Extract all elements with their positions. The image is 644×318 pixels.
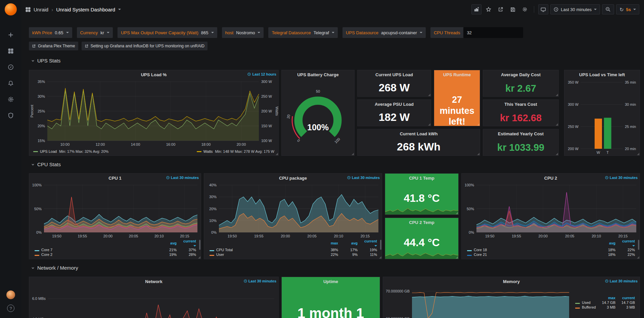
dashboard-link-plex-theme[interactable]: Grafana Plex Theme: [29, 42, 78, 50]
dashboard-settings-button[interactable]: [520, 4, 530, 14]
variable-ups-datasource[interactable]: UPS Datasource apcupsd-container: [342, 27, 426, 38]
sidebar-configuration-button[interactable]: [4, 93, 17, 106]
panel-title[interactable]: Average PSU Load: [375, 102, 414, 107]
panel-title[interactable]: This Years Cost: [504, 102, 537, 107]
section-ups-stats[interactable]: UPS Stats: [31, 58, 60, 63]
panel-title[interactable]: UPS Load vs Time left: [579, 72, 625, 77]
legend-sort-avg[interactable]: avg: [341, 239, 360, 247]
variable-value[interactable]: 865: [201, 30, 209, 35]
panel-title[interactable]: CPU 1: [108, 176, 121, 181]
cpu2-chart[interactable]: 0%50%100%19:5019:5520:0020:0520:1020:15: [462, 182, 640, 239]
section-cpu-stats[interactable]: CPU Stats: [31, 162, 61, 167]
legend-scrollbar[interactable]: [380, 240, 381, 250]
dashboard-link-ups-guide[interactable]: Setting up Grafana and InfluxDB for UPS …: [82, 42, 208, 50]
sidebar-explore-button[interactable]: [4, 60, 17, 74]
add-panel-button[interactable]: [471, 4, 481, 14]
caret-down-icon: [332, 32, 334, 33]
series-name[interactable]: Core 2: [41, 253, 52, 257]
legend-sort-avg[interactable]: avg: [160, 239, 179, 247]
series-name[interactable]: CPU Total: [216, 248, 233, 252]
section-network-memory[interactable]: Network / Memory: [31, 265, 78, 271]
save-button[interactable]: [508, 4, 518, 14]
variable-value[interactable]: 0.65: [55, 30, 63, 35]
legend-sort-current[interactable]: current: [618, 296, 638, 300]
legend-value: 21%: [160, 247, 179, 252]
legend-sort-current[interactable]: current: [618, 239, 638, 247]
clock-icon: [347, 176, 351, 179]
series-name[interactable]: Used: [582, 301, 591, 305]
cpu-threads-input[interactable]: [463, 27, 523, 38]
series-name[interactable]: UPS Load: [40, 149, 57, 153]
variable-value[interactable]: Nostromo: [236, 30, 255, 35]
legend-item[interactable]: UPS LoadMin: 17% Max: 32% Avg: 20%: [33, 149, 108, 153]
panel-title[interactable]: Current UPS Load: [375, 72, 413, 77]
variable-ups-max-output[interactable]: UPS Max Output Power Capacity (Watt) 865: [118, 27, 217, 38]
series-name[interactable]: Core 7: [41, 248, 52, 252]
cycle-view-button[interactable]: [538, 4, 548, 14]
series-color-icon: [575, 308, 580, 309]
caret-down-icon[interactable]: [118, 9, 121, 10]
panel-title[interactable]: CPU 1 Temp: [409, 176, 434, 181]
variable-host[interactable]: host Nostromo: [222, 27, 264, 38]
series-name[interactable]: Core 21: [474, 253, 487, 257]
help-button[interactable]: ?: [7, 305, 14, 312]
breadcrumb-folder[interactable]: Unraid: [34, 7, 48, 12]
variable-kwh-price[interactable]: kWh Price 0.65: [29, 27, 72, 38]
time-range-picker[interactable]: Last 30 minutes: [550, 4, 600, 14]
panel-title[interactable]: Uptime: [323, 279, 338, 284]
panel-ups-load-vs-time-left: UPS Load vs Time left 200 W250 W300 W350…: [564, 70, 640, 156]
legend-sort-max[interactable]: max: [321, 239, 341, 247]
user-avatar[interactable]: [6, 290, 15, 299]
ups-load-chart[interactable]: 15%20%25%30%35%100 W150 W200 W250 W300 W…: [29, 79, 278, 147]
legend-item[interactable]: WattsMin: 148 W Max: 278 W Avg: 175 W: [197, 149, 274, 153]
memory-chart[interactable]: 50.000000 GB60.000000 GB70.000000 GB: [383, 286, 572, 318]
series-name[interactable]: Watts: [203, 149, 213, 153]
panel-title[interactable]: Average Daily Cost: [501, 72, 541, 77]
series-name[interactable]: Core 18: [474, 248, 487, 252]
zoom-out-button[interactable]: [602, 4, 614, 14]
network-chart[interactable]: 2.0 MBs4.0 MBs6.0 MBs: [29, 286, 278, 318]
cpu1-chart[interactable]: 0%50%100%19:5019:5520:0020:0520:1020:15: [29, 182, 201, 239]
variable-value[interactable]: Telegraf: [314, 30, 329, 35]
variable-currency[interactable]: Currency kr: [77, 27, 113, 38]
variable-label: host: [225, 30, 234, 35]
legend-scrollbar[interactable]: [638, 240, 639, 250]
panel-title[interactable]: CPU package: [279, 176, 307, 181]
refresh-button[interactable]: ↻ 5s: [616, 4, 639, 14]
sidebar-dashboards-button[interactable]: [4, 44, 17, 58]
panel-title[interactable]: Network: [145, 279, 162, 284]
sidebar-alerting-button[interactable]: [4, 77, 17, 90]
grafana-logo[interactable]: [5, 3, 17, 15]
sidebar-create-button[interactable]: [4, 28, 17, 42]
legend-scrollbar[interactable]: [199, 240, 200, 250]
panel-title[interactable]: CPU 2 Temp: [409, 220, 434, 225]
panel-title[interactable]: Estimated Yearly Cost: [498, 131, 544, 136]
legend-sort-avg[interactable]: avg: [599, 239, 618, 247]
svg-text:14:00: 14:00: [131, 142, 140, 146]
sort-caret-icon: [632, 245, 635, 246]
breadcrumb-dashboard-title[interactable]: Unraid System Dashboard: [56, 7, 115, 12]
panel-title[interactable]: UPS Runtime: [443, 72, 471, 77]
panel-title[interactable]: Current Load kWh: [400, 131, 438, 136]
legend-sort-max[interactable]: max: [599, 296, 618, 300]
panel-title[interactable]: Memory: [503, 279, 520, 284]
variable-value[interactable]: kr: [100, 30, 104, 35]
legend-sort-current[interactable]: current: [360, 239, 380, 247]
legend-value: 17%: [341, 247, 360, 252]
share-button[interactable]: [496, 4, 506, 14]
panel-title[interactable]: CPU 2: [544, 176, 557, 181]
series-name[interactable]: User: [216, 253, 224, 257]
legend-sort-current[interactable]: current: [179, 239, 199, 247]
series-color-icon: [575, 303, 580, 304]
panel-title[interactable]: UPS Load %: [141, 72, 167, 77]
cpu-package-chart[interactable]: 0%10%20%30%40%19:5019:5520:0020:0520:102…: [204, 182, 382, 239]
clock-icon: [605, 279, 608, 283]
panel-title[interactable]: UPS Battery Charge: [297, 72, 339, 77]
sidebar-admin-button[interactable]: [4, 109, 17, 122]
variable-telegraf-datasource[interactable]: Telegraf Datasource Telegraf: [268, 27, 338, 38]
series-name[interactable]: Buffered: [582, 305, 596, 309]
star-button[interactable]: [484, 4, 494, 14]
legend-value: 38%: [321, 247, 341, 252]
variable-value[interactable]: apcupsd-container: [381, 30, 417, 35]
svg-text:50: 50: [316, 89, 320, 93]
